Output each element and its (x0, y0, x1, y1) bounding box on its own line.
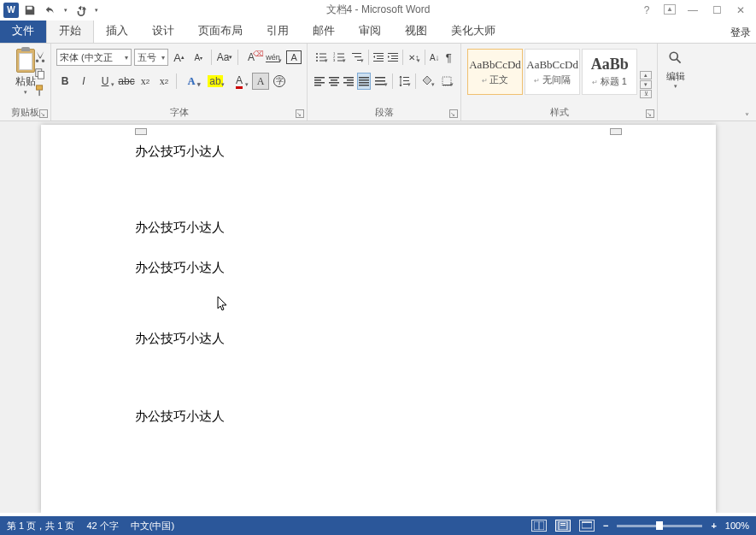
zoom-in-button[interactable]: + (711, 520, 716, 531)
character-border-button[interactable]: A (286, 50, 302, 64)
grow-font-button[interactable]: A▴ (171, 49, 188, 66)
highlight-button[interactable]: ab (204, 73, 226, 90)
doc-text-line[interactable]: 办公技巧小达人 (135, 144, 622, 160)
copy-button[interactable] (32, 66, 48, 81)
doc-text-line[interactable]: 办公技巧小达人 (135, 331, 622, 347)
document-area[interactable]: 办公技巧小达人 办公技巧小达人 办公技巧小达人 办公技巧小达人 办公技巧小达人 … (0, 121, 756, 513)
tab-review[interactable]: 审阅 (347, 19, 393, 43)
font-size-combo[interactable]: 五号▾ (134, 49, 167, 66)
zoom-slider-handle[interactable] (656, 521, 663, 530)
zoom-out-button[interactable]: − (603, 520, 608, 531)
tab-design[interactable]: 设计 (140, 19, 186, 43)
doc-text-line[interactable]: 办公技巧小达人 (135, 409, 622, 425)
subscript-button[interactable]: x2 (137, 73, 154, 90)
align-center-button[interactable] (327, 73, 341, 90)
decrease-indent-button[interactable] (372, 49, 385, 66)
font-name-combo[interactable]: 宋体 (中文正▾ (56, 49, 132, 66)
increase-indent-button[interactable] (386, 49, 400, 66)
find-button[interactable] (668, 50, 683, 68)
styles-scroll-up[interactable]: ▴ (640, 71, 652, 79)
svg-point-51 (670, 52, 677, 60)
format-painter-button[interactable] (32, 83, 48, 98)
undo-dropdown[interactable]: ▾ (62, 1, 70, 20)
style-heading1[interactable]: AaBb 标题 1 (582, 49, 637, 95)
borders-button[interactable] (437, 73, 455, 90)
tab-home[interactable]: 开始 (46, 18, 94, 43)
doc-text-line[interactable]: 办公技巧小达人 (135, 220, 622, 236)
shrink-font-button[interactable]: A▾ (190, 49, 207, 66)
superscript-button[interactable]: x2 (155, 73, 173, 90)
align-left-button[interactable] (313, 73, 326, 90)
close-button[interactable]: ✕ (734, 4, 747, 16)
multilevel-list-button[interactable] (349, 49, 366, 66)
collapse-ribbon-button[interactable]: ˬ (741, 105, 753, 117)
clipboard-launcher[interactable] (39, 109, 48, 118)
tab-file[interactable]: 文件 (0, 19, 46, 43)
minimize-button[interactable]: — (686, 4, 700, 16)
line-spacing-button[interactable] (395, 73, 413, 90)
show-marks-button[interactable]: ¶ (442, 49, 455, 66)
save-button[interactable] (21, 1, 39, 20)
italic-button[interactable]: I (75, 73, 92, 90)
svg-rect-21 (377, 58, 384, 59)
styles-launcher[interactable] (646, 109, 654, 118)
text-effects-button[interactable]: A (180, 73, 202, 90)
svg-rect-36 (347, 79, 354, 81)
clear-formatting-button[interactable]: A⌫ (243, 49, 260, 66)
view-web-layout-button[interactable] (579, 520, 595, 532)
shading-button[interactable] (419, 73, 437, 90)
view-read-mode-button[interactable] (531, 520, 547, 532)
doc-text-line[interactable]: 办公技巧小达人 (135, 260, 622, 276)
page-info[interactable]: 第 1 页，共 1 页 (7, 520, 74, 532)
tab-page-layout[interactable]: 页面布局 (186, 19, 255, 43)
zoom-level[interactable]: 100% (725, 520, 749, 531)
tab-view[interactable]: 视图 (393, 19, 439, 43)
document-page[interactable]: 办公技巧小达人 办公技巧小达人 办公技巧小达人 办公技巧小达人 办公技巧小达人 … (41, 125, 716, 513)
enclose-characters-button[interactable]: 字 (271, 73, 288, 90)
strikethrough-button[interactable]: abc (118, 73, 135, 90)
word-app-icon[interactable]: W (3, 3, 19, 18)
align-right-button[interactable] (342, 73, 355, 90)
font-launcher[interactable] (296, 109, 304, 118)
numbering-button[interactable]: 123 (331, 49, 348, 66)
phonetic-guide-button[interactable]: wén (262, 49, 284, 66)
login-link[interactable]: 登录 (730, 26, 751, 40)
align-distributed-button[interactable] (372, 73, 390, 90)
language-status[interactable]: 中文(中国) (131, 520, 174, 532)
asian-layout-button[interactable]: ✕↕ (405, 49, 422, 66)
character-shading-button[interactable]: A (252, 73, 269, 90)
redo-button[interactable] (72, 1, 91, 20)
qat-customize-dropdown[interactable]: ▾ (92, 1, 101, 20)
svg-rect-58 (582, 521, 592, 523)
styles-scroll-down[interactable]: ▾ (640, 80, 652, 89)
ruler-marker-left[interactable] (135, 128, 147, 135)
zoom-slider[interactable] (617, 525, 702, 527)
bold-button[interactable]: B (56, 73, 73, 90)
mouse-cursor-icon (217, 296, 231, 313)
tab-mailings[interactable]: 邮件 (301, 19, 347, 43)
font-color-button[interactable]: A (228, 73, 250, 90)
svg-rect-33 (329, 82, 339, 84)
undo-button[interactable] (41, 1, 60, 20)
align-justify-button[interactable] (357, 73, 371, 90)
change-case-button[interactable]: Aa▾ (216, 49, 233, 66)
svg-rect-42 (359, 85, 369, 86)
style-normal[interactable]: AaBbCcDd 正文 (467, 49, 523, 95)
styles-expand[interactable]: ⊻ (640, 90, 652, 98)
underline-button[interactable]: U (94, 73, 116, 90)
tab-insert[interactable]: 插入 (94, 19, 140, 43)
ruler-marker-right[interactable] (610, 128, 622, 135)
cut-button[interactable] (32, 49, 48, 64)
paragraph-launcher[interactable] (449, 109, 458, 118)
bullets-button[interactable] (313, 49, 330, 66)
tab-references[interactable]: 引用 (255, 19, 301, 43)
view-print-layout-button[interactable] (555, 520, 571, 532)
word-count[interactable]: 42 个字 (86, 520, 118, 532)
tab-beautify[interactable]: 美化大师 (439, 19, 507, 43)
style-no-spacing[interactable]: AaBbCcDd 无间隔 (525, 49, 580, 95)
ribbon: 粘贴 ▾ 剪贴板 宋体 (中文正▾ 五号▾ A▴ A▾ Aa▾ A⌫ wén A… (0, 43, 756, 121)
help-button[interactable]: ? (640, 4, 653, 16)
ribbon-display-button[interactable]: ▲ (664, 4, 676, 15)
sort-button[interactable]: A↓ (428, 49, 441, 66)
maximize-button[interactable]: ☐ (710, 4, 724, 16)
